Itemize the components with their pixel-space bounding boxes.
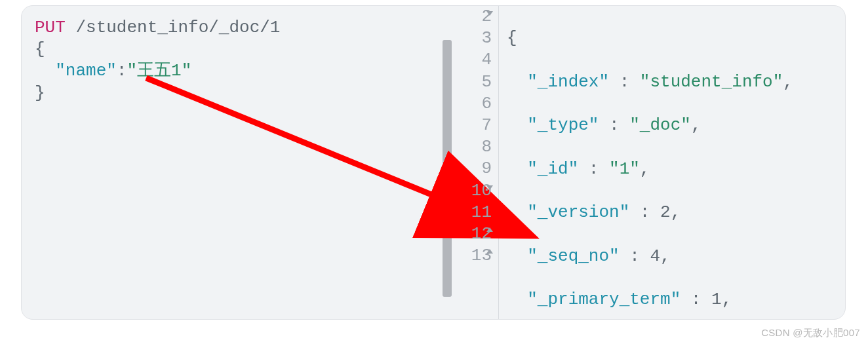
line-number: 9 (481, 159, 492, 178)
body-value-name: "王五1" (127, 61, 191, 81)
fold-caret-up-icon[interactable] (486, 227, 493, 232)
val-primary-term: 1 (711, 290, 722, 309)
fold-caret-icon[interactable] (486, 185, 493, 190)
scrollbar-vertical[interactable] (443, 40, 452, 297)
key-version: "_version" (527, 202, 629, 222)
key-type: "_type" (527, 115, 599, 135)
line-number: 4 (481, 50, 492, 69)
key-seqno: "_seq_no" (527, 246, 619, 266)
comma: , (660, 246, 671, 266)
colon: : (609, 72, 640, 92)
comma: , (671, 202, 681, 222)
colon: : (117, 61, 127, 81)
response-code: { "_index" : "student_info", "_type" : "… (499, 6, 845, 319)
http-path: /student_info/_doc/1 (75, 18, 280, 37)
colon: : (578, 159, 609, 179)
comma: , (640, 159, 650, 179)
fold-caret-icon[interactable] (486, 11, 493, 16)
fold-caret-up-icon[interactable] (486, 249, 493, 254)
response-panel[interactable]: 2 3 4 5 6 7 8 9 10 11 12 13 { "_index" :… (454, 6, 845, 319)
comma: , (783, 72, 793, 92)
comma: , (691, 115, 701, 135)
key-id: "_id" (527, 159, 578, 179)
val-id: "1" (609, 159, 640, 179)
line-number: 10 (471, 181, 492, 200)
body-key-name: "name" (55, 61, 117, 81)
colon: : (599, 115, 629, 135)
request-body-line: "name":"王五1" (35, 61, 448, 83)
key-primary-term: "_primary_term" (527, 290, 681, 309)
val-type: "_doc" (629, 115, 691, 135)
val-index: "student_info" (640, 72, 783, 92)
line-number-gutter: 2 3 4 5 6 7 8 9 10 11 12 13 (454, 6, 499, 319)
code-container: PUT /student_info/_doc/1 { "name":"王五1" … (21, 5, 846, 320)
line-number: 2 (481, 7, 492, 26)
request-panel[interactable]: PUT /student_info/_doc/1 { "name":"王五1" … (22, 6, 454, 319)
val-version: 2 (660, 202, 671, 222)
brace-open: { (507, 28, 517, 48)
val-seqno: 4 (650, 246, 660, 266)
http-method: PUT (35, 18, 66, 37)
line-number: 8 (481, 137, 492, 157)
line-number: 11 (471, 202, 492, 222)
brace-open: { (35, 39, 45, 59)
line-number: 3 (481, 28, 492, 48)
request-line-1: PUT /student_info/_doc/1 (35, 18, 448, 39)
line-number: 7 (481, 115, 492, 135)
colon: : (620, 246, 650, 266)
comma: , (722, 290, 732, 309)
line-number: 5 (481, 72, 492, 92)
brace-close: } (35, 83, 45, 103)
watermark-text: CSDN @无敌小肥007 (761, 327, 860, 339)
colon: : (629, 202, 660, 222)
line-number: 6 (481, 94, 492, 113)
colon: : (681, 290, 711, 309)
key-index: "_index" (527, 72, 609, 92)
